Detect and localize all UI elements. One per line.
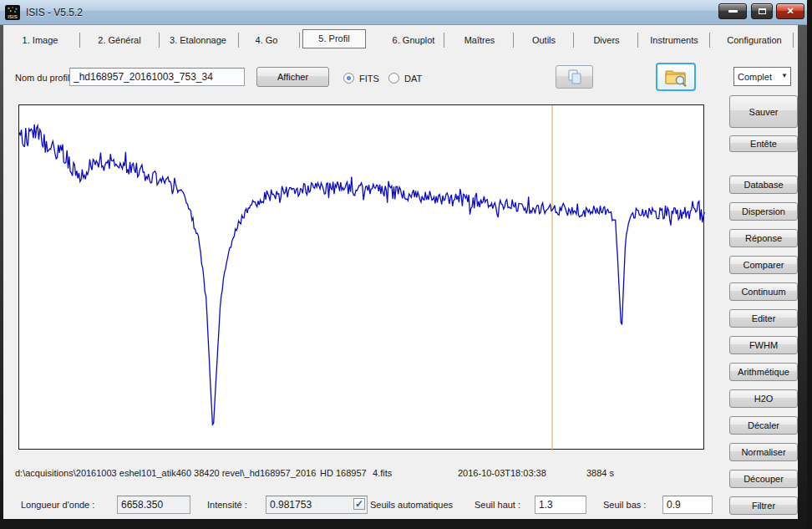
application-window: ISIS ISIS - V5.5.2 ✕ 1. Image 2. Général… — [0, 0, 807, 529]
decaler-button[interactable]: Décaler — [729, 416, 798, 435]
profile-name-label: Nom du profil : — [15, 73, 75, 83]
app-icon: ISIS — [5, 5, 20, 20]
fits-radio[interactable] — [343, 73, 354, 84]
exposure-text: 3884 s — [586, 468, 614, 478]
check-icon: ✓ — [355, 499, 363, 509]
radio-dot-icon — [347, 76, 351, 80]
decouper-button[interactable]: Découper — [729, 470, 798, 488]
tab-configuration[interactable]: Configuration — [719, 33, 789, 47]
tab-gnuplot[interactable]: 6. Gnuplot — [384, 33, 443, 47]
tab-image[interactable]: 1. Image — [11, 33, 69, 47]
database-button[interactable]: Database — [729, 175, 798, 194]
arithmetique-button[interactable]: Arithmétique — [729, 363, 798, 381]
tab-separator — [573, 33, 574, 48]
tab-general[interactable]: 2. Général — [90, 33, 149, 47]
client-area: 1. Image 2. Général 3. Etalonnage 4. Go … — [3, 25, 798, 519]
dispersion-button[interactable]: Dispersion — [729, 202, 798, 221]
afficher-button[interactable]: Afficher — [256, 67, 329, 87]
chevron-down-icon: ▼ — [781, 72, 788, 79]
intensity-label: Intensité : — [207, 500, 247, 510]
filtrer-button[interactable]: Filtrer — [729, 496, 798, 515]
auto-thresholds-checkbox[interactable]: ✓ — [353, 498, 365, 510]
wavelength-label: Longueur d'onde : — [21, 500, 94, 510]
h2o-button[interactable]: H2O — [729, 389, 798, 408]
wavelength-field: 6658.350 — [117, 496, 190, 514]
auto-thresholds-label[interactable]: Seuils automatiques — [370, 500, 453, 510]
close-button[interactable]: ✕ — [776, 3, 804, 19]
normaliser-button[interactable]: Normaliser — [729, 443, 798, 461]
threshold-low-input[interactable]: 0.9 — [662, 496, 713, 514]
object-name-text: HD 168957 — [320, 468, 367, 478]
dat-radio[interactable] — [388, 73, 399, 84]
threshold-high-label: Seuil haut : — [475, 500, 520, 510]
spectrum-plot[interactable] — [18, 104, 704, 450]
intensity-field: 0.981753 — [266, 496, 368, 514]
sauver-button[interactable]: Sauver — [729, 95, 798, 128]
tab-go[interactable]: 4. Go — [241, 33, 292, 47]
maximize-icon — [759, 8, 766, 14]
tab-divers[interactable]: Divers — [577, 33, 636, 47]
tab-separator — [444, 33, 444, 48]
continuum-button[interactable]: Continuum — [729, 282, 798, 301]
file-path-text: d:\acquisitions\20161003 eshel101_atik46… — [15, 468, 319, 478]
dat-radio-label[interactable]: DAT — [404, 74, 422, 84]
fits-radio-label[interactable]: FITS — [359, 74, 379, 84]
browse-profile-button[interactable] — [656, 63, 696, 91]
screenshot-root: ISIS ISIS - V5.5.2 ✕ 1. Image 2. Général… — [0, 0, 812, 529]
tab-separator — [793, 33, 794, 48]
fwhm-button[interactable]: FWHM — [729, 336, 798, 354]
copy-profile-button[interactable] — [556, 65, 593, 89]
threshold-low-label: Seuil bas : — [603, 500, 646, 510]
svg-text:ISIS: ISIS — [8, 13, 17, 18]
reponse-button[interactable]: Réponse — [729, 229, 798, 247]
editer-button[interactable]: Editer — [729, 309, 798, 328]
tab-instruments[interactable]: Instruments — [641, 33, 708, 47]
profile-name-input[interactable]: _hd168957_20161003_753_34 — [69, 68, 245, 86]
tab-separator — [299, 33, 300, 48]
file-suffix-text: 4.fits — [373, 468, 392, 478]
tab-maitres[interactable]: Maîtres — [450, 33, 509, 47]
maximize-button[interactable] — [751, 3, 773, 19]
tab-profil-selected[interactable]: 5. Profil — [302, 29, 366, 48]
close-icon: ✕ — [786, 6, 794, 17]
title-bar[interactable]: ISIS ISIS - V5.5.2 — [0, 0, 807, 25]
tab-separator — [709, 33, 710, 48]
tab-etalonnage[interactable]: 3. Etalonnage — [165, 33, 231, 47]
tab-separator — [238, 33, 239, 48]
minimize-button[interactable] — [718, 3, 747, 19]
window-title: ISIS - V5.5.2 — [26, 7, 83, 18]
copy-pages-icon — [566, 69, 583, 84]
tab-separator — [159, 33, 160, 48]
mode-dropdown-value: Complet — [738, 72, 772, 82]
threshold-high-input[interactable]: 1.3 — [535, 496, 586, 514]
tab-separator — [637, 33, 638, 48]
mode-dropdown[interactable]: Complet ▼ — [733, 67, 791, 86]
minimize-icon — [728, 10, 738, 13]
spectrum-trace — [19, 125, 704, 425]
tab-outils[interactable]: Outils — [515, 33, 573, 47]
tab-separator — [513, 33, 514, 48]
entete-button[interactable]: Entête — [729, 135, 798, 152]
datetime-text: 2016-10-03T18:03:38 — [458, 468, 546, 478]
tab-separator — [79, 33, 80, 48]
folder-search-icon — [665, 67, 688, 87]
comparer-button[interactable]: Comparer — [729, 256, 798, 274]
spectrum-svg — [19, 105, 705, 450]
